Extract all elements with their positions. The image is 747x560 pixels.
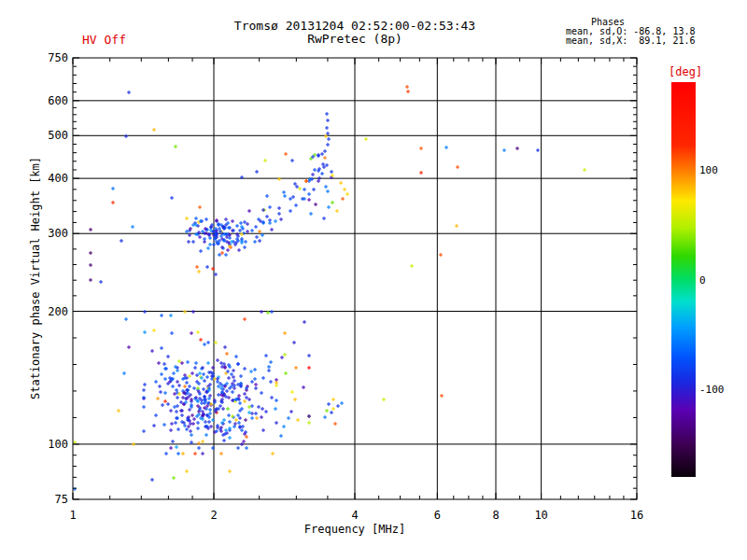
svg-text:10: 10 bbox=[534, 509, 547, 522]
y-axis-label: Stationary phase Virtual Height [km] bbox=[30, 0, 41, 558]
svg-text:500: 500 bbox=[48, 129, 68, 142]
svg-text:1: 1 bbox=[69, 509, 76, 522]
svg-text:6: 6 bbox=[434, 509, 441, 522]
svg-text:16: 16 bbox=[630, 509, 643, 522]
x-axis-label: Frequency [MHz] bbox=[73, 524, 637, 535]
svg-text:600: 600 bbox=[48, 94, 68, 107]
plot-subtitle: RwPretec (8p) bbox=[73, 33, 637, 45]
svg-text:2: 2 bbox=[210, 509, 217, 522]
colorbar-unit-label: [deg] bbox=[669, 66, 702, 77]
svg-text:0: 0 bbox=[699, 274, 706, 287]
svg-text:-100: -100 bbox=[699, 384, 725, 396]
svg-text:200: 200 bbox=[48, 305, 68, 318]
svg-text:400: 400 bbox=[48, 172, 68, 185]
svg-text:8: 8 bbox=[492, 509, 499, 522]
plot-title: Tromsø 20131204 02:52:00-02:53:43 bbox=[73, 20, 637, 32]
ionogram-plot-canvas: 124681016751002003004005006007501000-100 bbox=[0, 0, 747, 560]
svg-text:300: 300 bbox=[48, 227, 68, 240]
svg-text:100: 100 bbox=[48, 438, 68, 451]
ionogram-screen: 124681016751002003004005006007501000-100… bbox=[0, 0, 747, 560]
svg-text:75: 75 bbox=[55, 493, 68, 506]
phases-mean-sd-x: mean, sd,X: 89.1, 21.6 bbox=[566, 36, 695, 46]
svg-text:4: 4 bbox=[351, 509, 358, 522]
svg-text:750: 750 bbox=[48, 51, 68, 64]
svg-text:100: 100 bbox=[699, 164, 718, 176]
